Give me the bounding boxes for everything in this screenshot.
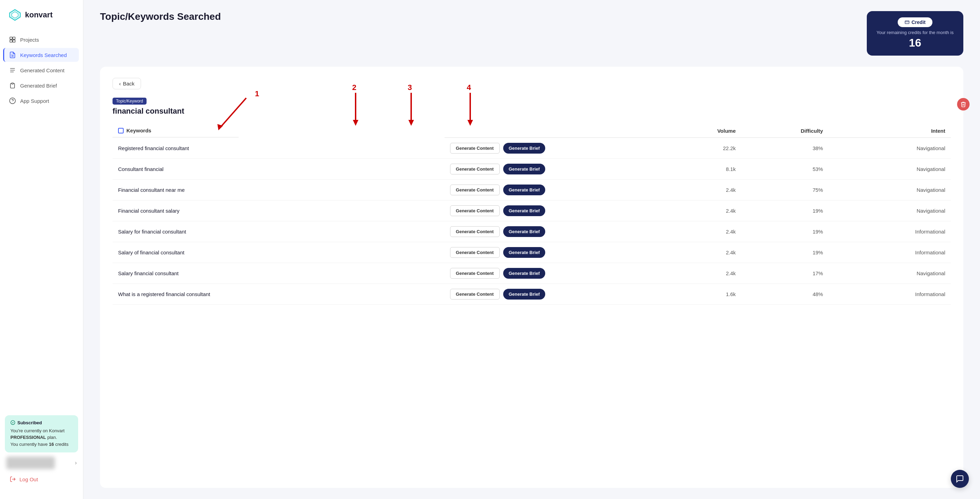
keywords-table: Keywords Volume Difficulty Intent Regist…: [113, 124, 951, 305]
generate-brief-button[interactable]: Generate Brief: [503, 226, 546, 237]
credit-icon: [905, 20, 910, 25]
sidebar-item-app-support[interactable]: App Support: [4, 94, 79, 108]
back-button[interactable]: ‹ Back: [113, 78, 141, 89]
app-support-label: App Support: [20, 98, 49, 104]
generate-brief-button[interactable]: Generate Brief: [503, 247, 546, 258]
col-keywords: Keywords: [113, 124, 239, 138]
action-cell: Generate Content Generate Brief: [444, 222, 654, 242]
keyword-cell: Salary of financial consultant: [113, 242, 444, 263]
delete-icon[interactable]: [957, 98, 970, 110]
intent-cell: Informational: [829, 284, 951, 305]
logout-icon: [10, 476, 16, 482]
generate-content-button[interactable]: Generate Content: [450, 143, 500, 154]
generated-content-icon: [9, 67, 16, 74]
subscribed-badge: Subscribed: [18, 420, 42, 425]
generated-brief-icon: [9, 82, 16, 89]
keyword-cell: Salary for financial consultant: [113, 222, 444, 242]
svg-text:4: 4: [467, 83, 471, 92]
svg-rect-8: [12, 83, 14, 84]
volume-cell: 8.1k: [654, 159, 741, 180]
credit-btn-label: Credit: [912, 19, 926, 25]
generate-brief-button[interactable]: Generate Brief: [503, 268, 546, 279]
generate-content-button[interactable]: Generate Content: [450, 226, 500, 237]
svg-marker-0: [10, 10, 20, 20]
action-cell: Generate Content Generate Brief: [444, 284, 654, 305]
volume-cell: 2.4k: [654, 222, 741, 242]
keyword-cell: Financial consultant salary: [113, 201, 444, 222]
konvart-logo-icon: [8, 8, 22, 22]
credit-card: Credit Your remaining credits for the mo…: [867, 11, 963, 56]
svg-rect-5: [13, 40, 15, 42]
generate-content-button[interactable]: Generate Content: [450, 289, 500, 300]
app-name: konvart: [25, 10, 52, 19]
generate-brief-button[interactable]: Generate Brief: [503, 143, 546, 154]
volume-cell: 22.2k: [654, 138, 741, 159]
keyword-cell: Financial consultant near me: [113, 180, 444, 201]
select-all-checkbox[interactable]: [118, 128, 124, 134]
col-difficulty: Difficulty: [741, 124, 828, 138]
table-row: Salary financial consultant Generate Con…: [113, 263, 951, 284]
table-row: Salary of financial consultant Generate …: [113, 242, 951, 263]
intent-cell: Informational: [829, 222, 951, 242]
generate-content-button[interactable]: Generate Content: [450, 164, 500, 174]
content-area: ‹ Back Topic/Keyword financial consultan…: [100, 67, 963, 488]
app-support-icon: [9, 97, 16, 104]
action-cell: Generate Content Generate Brief: [444, 138, 654, 159]
difficulty-cell: 19%: [741, 242, 828, 263]
svg-text:2: 2: [352, 83, 356, 92]
back-chevron: ‹: [119, 81, 121, 86]
generate-brief-button[interactable]: Generate Brief: [503, 185, 546, 195]
svg-rect-13: [905, 21, 909, 24]
page-title: Topic/Keywords Searched: [100, 11, 221, 22]
volume-cell: 1.6k: [654, 284, 741, 305]
topic-name: financial consultant: [113, 107, 951, 116]
generate-content-button[interactable]: Generate Content: [450, 268, 500, 279]
difficulty-cell: 48%: [741, 284, 828, 305]
intent-cell: Informational: [829, 242, 951, 263]
chat-bubble[interactable]: [951, 470, 969, 488]
action-cell: Generate Content Generate Brief: [444, 263, 654, 284]
generate-brief-button[interactable]: Generate Brief: [503, 206, 546, 216]
subscribed-header: Subscribed: [10, 420, 73, 425]
sidebar-item-generated-content[interactable]: Generated Content: [4, 63, 79, 77]
intent-cell: Navigational: [829, 138, 951, 159]
chat-icon: [956, 475, 964, 483]
keyword-cell: Consultant financial: [113, 159, 444, 180]
difficulty-cell: 75%: [741, 180, 828, 201]
generate-content-button[interactable]: Generate Content: [450, 206, 500, 216]
credit-button[interactable]: Credit: [898, 18, 932, 27]
sidebar-item-keywords-searched[interactable]: Keywords Searched: [3, 48, 79, 62]
credit-sub-text: Your remaining credits for the month is: [877, 30, 954, 35]
sidebar: konvart Projects Keywords Searched: [0, 0, 83, 499]
logout-label: Log Out: [19, 477, 38, 482]
intent-cell: Navigational: [829, 201, 951, 222]
chevron-right-icon: ›: [75, 460, 77, 466]
svg-rect-4: [10, 40, 13, 42]
sidebar-item-projects[interactable]: Projects: [4, 33, 79, 46]
trash-icon: [960, 101, 966, 107]
table-row: Financial consultant near me Generate Co…: [113, 180, 951, 201]
svg-marker-1: [12, 12, 18, 18]
generate-content-button[interactable]: Generate Content: [450, 247, 500, 258]
keywords-tbody: Registered financial consultant Generate…: [113, 138, 951, 305]
difficulty-cell: 17%: [741, 263, 828, 284]
generate-brief-button[interactable]: Generate Brief: [503, 164, 546, 174]
table-row: Financial consultant salary Generate Con…: [113, 201, 951, 222]
keywords-searched-label: Keywords Searched: [20, 52, 67, 58]
projects-label: Projects: [20, 37, 39, 43]
keyword-cell: What is a registered financial consultan…: [113, 284, 444, 305]
table-row: Salary for financial consultant Generate…: [113, 222, 951, 242]
logout-row[interactable]: Log Out: [5, 473, 78, 485]
action-cell: Generate Content Generate Brief: [444, 159, 654, 180]
plan-name: PROFESSIONAL: [10, 435, 46, 440]
user-row[interactable]: ›: [5, 457, 78, 469]
nav-items: Projects Keywords Searched Generated Con…: [0, 33, 83, 410]
main-content: Topic/Keywords Searched Credit Your rema…: [83, 0, 980, 499]
logo-area: konvart: [0, 8, 83, 33]
generate-brief-button[interactable]: Generate Brief: [503, 289, 546, 300]
generate-content-button[interactable]: Generate Content: [450, 185, 500, 195]
sidebar-item-generated-brief[interactable]: Generated Brief: [4, 78, 79, 92]
action-cell: Generate Content Generate Brief: [444, 242, 654, 263]
col-intent: Intent: [829, 124, 951, 138]
credits-count: 16: [49, 442, 54, 447]
